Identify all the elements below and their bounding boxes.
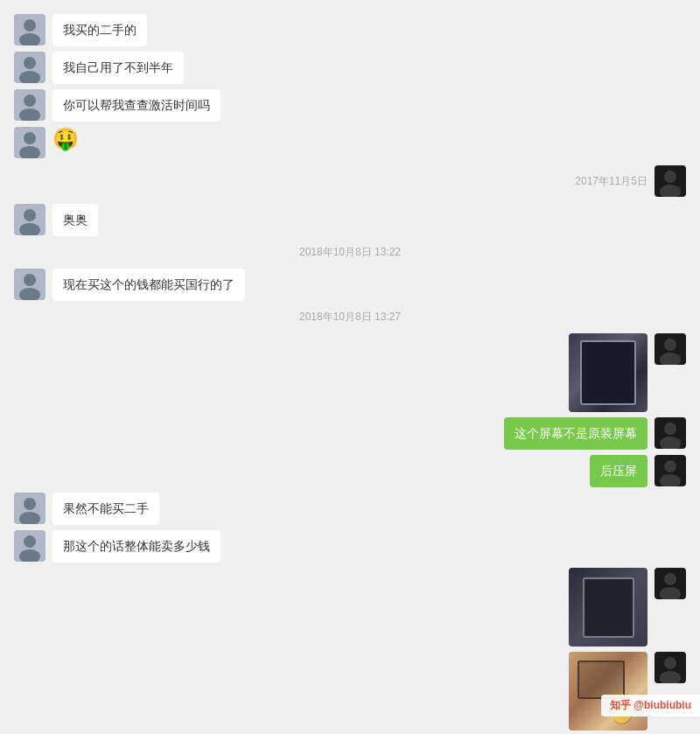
avatar-left (14, 493, 46, 524)
message-text: 这个屏幕不是原装屏幕 (514, 426, 637, 440)
message-text: 果然不能买二手 (63, 501, 149, 515)
message-text: 我自己用了不到半年 (63, 60, 173, 74)
bubble-text: 那这个的话整体能卖多少钱 (52, 530, 220, 563)
message-text: 那这个的话整体能卖多少钱 (63, 539, 210, 553)
message-row (14, 568, 686, 647)
avatar-left (14, 89, 46, 121)
svg-point-25 (664, 423, 676, 435)
message-row: 奥奥 (14, 204, 686, 236)
bubble-text: 奥奥 (52, 204, 98, 236)
message-text: 我买的二手的 (63, 23, 136, 37)
avatar-right (654, 568, 686, 599)
avatar-left (14, 52, 46, 83)
timestamp-center2: 2018年10月8日 13:27 (0, 310, 700, 325)
message-row: 现在买这个的钱都能买国行的了 (14, 269, 686, 301)
avatar-right (654, 417, 686, 449)
svg-point-19 (24, 274, 36, 286)
timestamp: 2017年11月5日 (575, 174, 648, 189)
svg-point-31 (24, 498, 36, 510)
avatar-left (14, 204, 46, 235)
message-row: 我买的二手的 (14, 14, 686, 46)
avatar-right (654, 455, 686, 486)
watermark: 知乎 @biubiubiu (601, 695, 700, 717)
message-row: 果然不能买二手 (14, 493, 686, 525)
bubble-text: 这个屏幕不是原装屏幕 (504, 417, 648, 450)
chat-image-hand (569, 652, 648, 731)
svg-point-28 (664, 460, 676, 472)
message-row: 🤑 (14, 127, 686, 158)
message-text: 现在买这个的钱都能买国行的了 (63, 277, 234, 291)
bubble-text: 你可以帮我查查激活时间吗 (52, 89, 220, 122)
message-row: 这个屏幕不是原装屏幕 (14, 417, 686, 450)
timestamp-center: 2018年10月8日 13:22 (0, 245, 700, 260)
message-row (14, 333, 686, 412)
message-text: 你可以帮我查查激活时间吗 (63, 98, 210, 112)
svg-point-10 (24, 132, 36, 144)
message-text: 奥奥 (63, 213, 88, 227)
avatar-right (654, 165, 686, 197)
message-row: 那这个的话整体能卖多少钱 (14, 530, 686, 563)
chat-image-phone2 (569, 568, 648, 647)
bubble-text: 果然不能买二手 (52, 493, 159, 525)
message-row (14, 652, 686, 731)
avatar-left (14, 127, 46, 158)
svg-point-16 (24, 209, 36, 221)
message-row: 后压屏 (14, 455, 686, 487)
bubble-text: 后压屏 (590, 455, 648, 487)
chat-container: 我买的二手的 我自己用了不到半年 你可以帮我查查激活时间吗 (0, 0, 700, 734)
message-row: 我自己用了不到半年 (14, 52, 686, 84)
svg-point-34 (24, 535, 36, 548)
avatar-left (14, 530, 46, 562)
bubble-text: 我自己用了不到半年 (52, 52, 184, 84)
avatar-right (654, 652, 686, 683)
message-text: 后压屏 (600, 464, 637, 478)
svg-point-1 (24, 19, 36, 31)
bubble-text: 现在买这个的钱都能买国行的了 (52, 269, 245, 301)
svg-point-13 (664, 171, 676, 183)
svg-point-22 (664, 339, 676, 351)
avatar-right (654, 333, 686, 365)
message-row: 你可以帮我查查激活时间吗 (14, 89, 686, 122)
emoji-message: 🤑 (52, 127, 79, 151)
svg-point-37 (664, 573, 676, 585)
chat-image-phone1 (569, 333, 648, 412)
timestamp-right-row: 2017年11月5日 (14, 165, 686, 197)
avatar-left (14, 14, 46, 45)
svg-point-40 (664, 657, 676, 669)
svg-point-7 (24, 94, 36, 107)
bubble-text: 我买的二手的 (52, 14, 147, 46)
avatar-left (14, 269, 46, 300)
svg-point-4 (24, 57, 36, 69)
